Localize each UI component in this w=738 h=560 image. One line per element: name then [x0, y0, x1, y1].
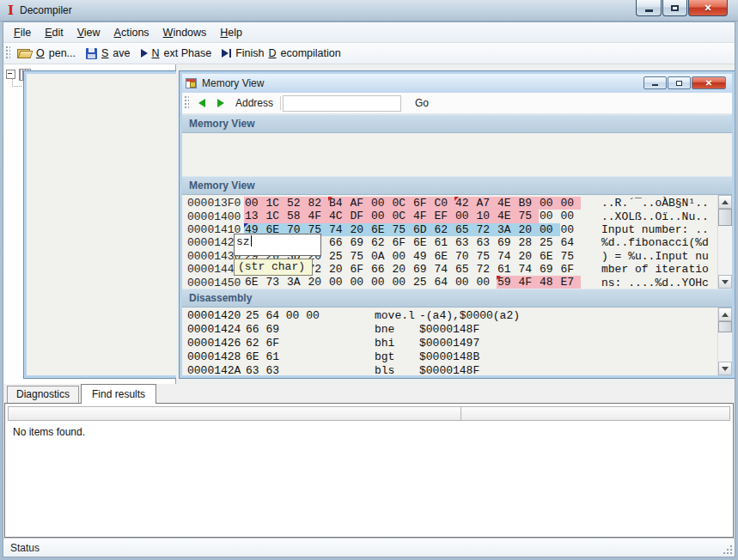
menu-item-actions[interactable]: Actions	[107, 24, 156, 41]
hex-byte[interactable]: 75	[476, 250, 497, 263]
forward-button[interactable]	[211, 97, 230, 109]
hex-byte[interactable]: 69	[350, 236, 371, 249]
hex-byte[interactable]: 6F	[412, 197, 434, 210]
results-column-header-2[interactable]	[460, 406, 730, 421]
hex-byte[interactable]: 3A	[286, 276, 308, 289]
hex-byte[interactable]: 10	[476, 210, 497, 222]
scroll-down-button[interactable]	[718, 275, 732, 289]
toolbar-button-next-phase[interactable]: Next Phase	[137, 46, 219, 61]
memory-view-title-bar[interactable]: Memory View ✕	[182, 74, 732, 93]
go-button[interactable]: Go	[410, 95, 434, 111]
memory-view-empty-pane[interactable]	[182, 133, 732, 176]
hex-byte[interactable]: 25	[328, 250, 350, 263]
hex-row[interactable]: 000013F0001C5282B4AF000C6FC042A74EB90000…	[182, 197, 732, 210]
hex-byte[interactable]: 00	[328, 276, 350, 289]
hex-byte[interactable]: 6F	[560, 263, 582, 276]
hex-byte[interactable]: 4F	[412, 210, 434, 222]
hex-byte[interactable]: 52	[286, 197, 308, 210]
hex-byte[interactable]: 74	[497, 250, 518, 263]
hex-byte[interactable]: 6E	[244, 276, 265, 289]
tab-find-results[interactable]: Find results	[81, 384, 156, 404]
hex-byte[interactable]: 58	[286, 210, 308, 222]
hex-byte[interactable]: 00	[539, 197, 560, 210]
hex-byte[interactable]: 72	[476, 223, 497, 236]
menu-item-view[interactable]: View	[70, 24, 107, 41]
hex-dump-area[interactable]: 000013F0001C5282B4AF000C6FC042A74EB90000…	[182, 195, 732, 289]
hex-byte[interactable]: 00	[454, 210, 476, 222]
hex-byte[interactable]: 00	[560, 223, 582, 236]
scroll-thumb[interactable]	[718, 321, 732, 332]
hex-byte[interactable]: 1C	[265, 210, 287, 222]
hex-byte[interactable]: 73	[265, 276, 287, 289]
menu-item-file[interactable]: File	[7, 24, 38, 41]
hex-byte[interactable]: 0A	[370, 250, 392, 263]
hex-byte[interactable]: 00	[476, 276, 497, 289]
disassembly-row[interactable]: 0000142025 64 00 00move.l-(a4),$0000(a2)	[182, 309, 732, 323]
hex-byte[interactable]: C0	[434, 197, 455, 210]
scroll-thumb[interactable]	[718, 209, 732, 226]
disassembly-row[interactable]: 0000142466 69bne$0000148F	[182, 323, 732, 337]
hex-byte[interactable]: 4E	[497, 210, 518, 222]
maximize-button[interactable]	[662, 0, 687, 16]
hex-byte[interactable]: 82	[308, 197, 329, 210]
hex-byte[interactable]: 74	[518, 263, 540, 276]
hex-byte[interactable]: 61	[497, 263, 518, 276]
hex-row[interactable]: 000014506E733A200000000025640000594F48E7…	[182, 276, 732, 289]
tree-collapse-icon[interactable]	[6, 70, 15, 79]
hex-byte[interactable]: 6E	[434, 250, 455, 263]
hex-byte[interactable]: 64	[434, 276, 455, 289]
hex-byte[interactable]: 00	[370, 276, 392, 289]
hex-byte[interactable]: 72	[476, 263, 497, 276]
hex-byte[interactable]: 0C	[392, 210, 413, 222]
hex-byte[interactable]: 75	[560, 250, 582, 263]
hex-byte[interactable]: 74	[328, 223, 350, 236]
hex-byte[interactable]: 4F	[518, 276, 540, 289]
hex-byte[interactable]: 49	[412, 250, 434, 263]
hex-byte[interactable]: 6E	[412, 236, 434, 249]
hex-byte[interactable]: 4C	[328, 210, 350, 222]
hex-byte[interactable]: 20	[518, 250, 540, 263]
menu-item-help[interactable]: Help	[213, 24, 249, 41]
scroll-down-button[interactable]	[718, 362, 732, 375]
hex-byte[interactable]: 6E	[370, 223, 392, 236]
hex-byte[interactable]: 61	[434, 236, 455, 249]
disassembly-scrollbar[interactable]	[717, 307, 732, 375]
hex-byte[interactable]: 00	[560, 197, 582, 210]
memview-restore-button[interactable]	[668, 76, 691, 89]
hex-byte[interactable]: 1C	[265, 197, 287, 210]
hex-byte[interactable]: 20	[328, 263, 350, 276]
hex-byte[interactable]: EF	[434, 210, 455, 222]
hex-byte[interactable]: 00	[244, 197, 265, 210]
hex-byte[interactable]: AF	[350, 197, 371, 210]
hex-byte[interactable]: 20	[392, 263, 413, 276]
resize-grip[interactable]	[723, 545, 732, 554]
toolbar-button-save[interactable]: Save	[82, 46, 137, 61]
address-input[interactable]	[283, 95, 401, 112]
inline-edit-box[interactable]: sz	[234, 234, 321, 256]
toolbar-button-finish-decompilation[interactable]: Finish Decompilation	[218, 46, 348, 61]
hex-byte[interactable]: 00	[539, 210, 560, 222]
hex-byte[interactable]: 70	[454, 250, 476, 263]
hex-byte[interactable]: 00	[454, 276, 476, 289]
hex-byte[interactable]: 0C	[392, 197, 413, 210]
hex-byte[interactable]: 75	[350, 250, 371, 263]
results-column-header-1[interactable]	[8, 406, 461, 421]
hex-byte[interactable]: 3A	[497, 223, 518, 236]
hex-byte[interactable]: 59	[497, 276, 518, 289]
hex-byte[interactable]: 20	[350, 223, 371, 236]
menu-item-edit[interactable]: Edit	[38, 24, 70, 41]
hex-byte[interactable]: 20	[518, 223, 540, 236]
hex-byte[interactable]: 66	[370, 263, 392, 276]
hex-byte[interactable]: B9	[518, 197, 540, 210]
hex-byte[interactable]: 63	[476, 236, 497, 249]
back-button[interactable]	[192, 97, 211, 109]
hex-byte[interactable]: A7	[476, 197, 497, 210]
hex-byte[interactable]: E7	[560, 276, 582, 289]
hex-byte[interactable]: 25	[539, 236, 560, 249]
hex-byte[interactable]: 75	[518, 210, 540, 222]
close-button[interactable]: ✕	[688, 0, 728, 16]
hex-byte[interactable]: 4F	[308, 210, 329, 222]
hex-byte[interactable]: 00	[392, 250, 413, 263]
hex-byte[interactable]: 00	[560, 210, 582, 222]
toolbar-button-open[interactable]: Open...	[14, 46, 82, 61]
